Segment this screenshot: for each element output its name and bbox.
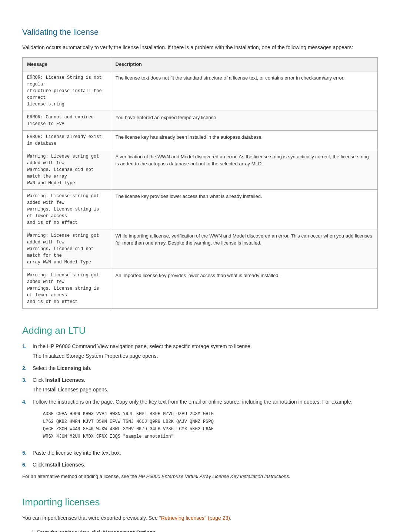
table-row: Warning: License string got added with f… [23, 269, 111, 308]
table-description: The license text does not fit the standa… [111, 71, 377, 111]
adding-ltu-section: Adding an LTU 1.In the HP P6000 Command … [22, 323, 378, 480]
step-num: 2. [22, 364, 33, 372]
table-row: ERROR: License String is not regular str… [23, 71, 111, 111]
step-num: 5. [22, 449, 33, 457]
adding-ltu-title: Adding an LTU [22, 323, 378, 338]
step-subtext: The Initialized Storage System Propertie… [33, 352, 378, 360]
col-message: Message [23, 58, 111, 71]
ltu-step-3: 3.Click Install Licenses.The Install Lic… [22, 376, 378, 394]
col-description: Description [111, 58, 377, 71]
table-description: A verification of the WWN and Model disc… [111, 150, 377, 189]
ltu-step-5: 5.Paste the license key into the text bo… [22, 449, 378, 457]
validating-title: Validating the license [22, 26, 378, 38]
validating-intro: Validation occurs automatically to verif… [22, 43, 378, 51]
import-step-1: From the settings view, click Management… [37, 528, 378, 532]
importing-steps: From the settings view, click Management… [37, 528, 378, 532]
step-subtext: The Install Licenses page opens. [33, 385, 378, 394]
table-row: ERROR: Cannot add expired license to EVA [23, 111, 111, 130]
ltu-step-6: 6.Click Install Licenses. [22, 461, 378, 469]
validating-section: Validating the license Validation occurs… [22, 26, 378, 309]
step-num: 3. [22, 376, 33, 384]
step-num: 4. [22, 398, 33, 406]
table-description: The license key provides lower access th… [111, 189, 377, 229]
table-row: ERROR: License already exist in database [23, 130, 111, 150]
validation-table: Message Description ERROR: License Strin… [22, 57, 378, 309]
table-description: You have entered an expired temporary li… [111, 111, 377, 130]
importing-section: Importing licenses You can import licens… [22, 495, 378, 532]
importing-title: Importing licenses [22, 495, 378, 509]
step-num: 1. [22, 342, 33, 350]
table-row: Warning: License string got added with f… [23, 189, 111, 229]
code-example: ADSG C9AA H9P9 KHW3 VVA4 HWSN Y9JL KMPL … [43, 410, 378, 441]
table-description: An imported license key provides lower a… [111, 269, 377, 308]
ltu-step-4: 4.Follow the instructions on the page. C… [22, 398, 378, 445]
step-num: 6. [22, 461, 33, 469]
importing-intro: You can import licenses that were export… [22, 514, 378, 522]
retrieving-link[interactable]: "Retrieving licenses" (page 23) [159, 515, 230, 521]
table-row: Warning: License string got added with f… [23, 229, 111, 269]
table-description: The license key has already been install… [111, 130, 377, 150]
table-row: Warning: License string got added with f… [23, 150, 111, 189]
ltu-step-2: 2.Select the Licensing tab. [22, 364, 378, 372]
ltu-footer: For an alternative method of adding a li… [22, 473, 378, 481]
ltu-steps-list: 1.In the HP P6000 Command View navigatio… [22, 342, 378, 469]
table-description: While importing a license, verification … [111, 229, 377, 269]
ltu-step-1: 1.In the HP P6000 Command View navigatio… [22, 342, 378, 360]
